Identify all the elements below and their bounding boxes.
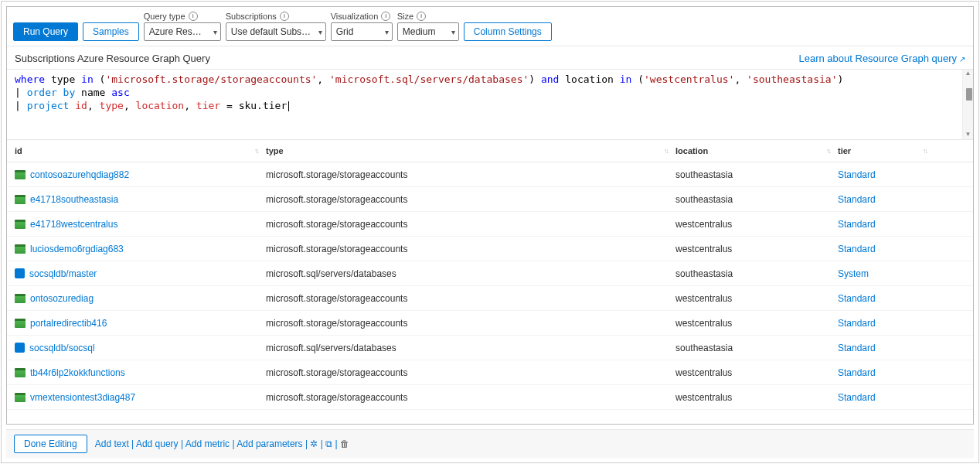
cell-location: westcentralus xyxy=(675,219,838,230)
sort-icon: ↑↓ xyxy=(254,147,258,155)
table-row[interactable]: luciosdemo6rgdiag683microsoft.storage/st… xyxy=(7,237,973,261)
info-icon: i xyxy=(417,12,426,21)
cell-tier-link[interactable]: Standard xyxy=(838,392,927,403)
cell-location: southeastasia xyxy=(675,268,838,279)
cell-location: westcentralus xyxy=(675,318,838,329)
external-link-icon: ↗ xyxy=(959,55,965,63)
table-row[interactable]: e41718southeastasiamicrosoft.storage/sto… xyxy=(7,187,973,212)
cell-tier-link[interactable]: Standard xyxy=(838,367,927,378)
visualization-label: Visualization i xyxy=(331,12,393,21)
query-toolbar: Run Query Samples Query type i Azure Res… xyxy=(7,7,973,46)
cell-type: microsoft.storage/storageaccounts xyxy=(266,392,675,403)
editor-footer: Done Editing Add text | Add query | Add … xyxy=(6,429,974,458)
results-grid[interactable]: contosoazurehqdiag882microsoft.storage/s… xyxy=(7,162,973,424)
query-editor[interactable]: where type in ('microsoft.storage/storag… xyxy=(7,70,973,139)
cell-type: microsoft.storage/storageaccounts xyxy=(266,219,675,230)
add-metric-link[interactable]: Add metric xyxy=(185,438,230,449)
table-row[interactable]: tb44r6lp2kokkfunctionsmicrosoft.storage/… xyxy=(7,360,973,385)
editor-cursor xyxy=(288,101,289,111)
samples-button[interactable]: Samples xyxy=(83,22,139,41)
info-icon: i xyxy=(189,12,198,21)
sql-database-icon xyxy=(15,268,25,278)
chevron-down-icon: ▾ xyxy=(318,28,322,36)
table-row[interactable]: ontosozurediagmicrosoft.storage/storagea… xyxy=(7,286,973,311)
collapse-down-icon: ▼ xyxy=(965,131,971,138)
minimap-thumb[interactable] xyxy=(966,88,972,101)
cell-tier-link[interactable]: Standard xyxy=(838,169,927,180)
storage-account-icon xyxy=(15,195,26,204)
sql-database-icon xyxy=(15,343,25,353)
size-label: Size i xyxy=(397,12,459,21)
column-header-tier[interactable]: tier↑↓ xyxy=(838,146,927,155)
table-row[interactable]: portalredirectib416microsoft.storage/sto… xyxy=(7,311,973,336)
subscriptions-select[interactable]: Use default Subscrip… ▾ xyxy=(226,22,326,41)
cell-tier-link[interactable]: System xyxy=(838,268,927,279)
add-query-link[interactable]: Add query xyxy=(136,438,179,449)
column-settings-button[interactable]: Column Settings xyxy=(464,22,552,41)
resource-id-link[interactable]: socsqldb/socsql xyxy=(29,343,95,353)
storage-account-icon xyxy=(15,319,26,328)
cell-tier-link[interactable]: Standard xyxy=(838,219,927,230)
table-row[interactable]: contosoazurehqdiag882microsoft.storage/s… xyxy=(7,162,973,187)
query-type-select[interactable]: Azure Resourc… ▾ xyxy=(144,22,221,41)
cell-tier-link[interactable]: Standard xyxy=(838,244,927,254)
cell-location: westcentralus xyxy=(675,244,838,254)
cell-tier-link[interactable]: Standard xyxy=(838,318,927,329)
resource-id-link[interactable]: socsqldb/master xyxy=(29,268,97,279)
sort-icon: ↑↓ xyxy=(923,147,927,155)
storage-account-icon xyxy=(15,393,26,402)
column-header-type[interactable]: type↑↓ xyxy=(266,146,675,155)
resource-id-link[interactable]: luciosdemo6rgdiag683 xyxy=(30,244,124,254)
done-editing-button[interactable]: Done Editing xyxy=(14,435,87,453)
table-row[interactable]: socsqldb/mastermicrosoft.sql/servers/dat… xyxy=(7,261,973,286)
table-row[interactable]: socsqldb/socsqlmicrosoft.sql/servers/dat… xyxy=(7,336,973,360)
chevron-down-icon: ▾ xyxy=(213,28,217,36)
storage-account-icon xyxy=(15,170,26,179)
resource-id-link[interactable]: contosoazurehqdiag882 xyxy=(30,169,129,180)
cell-type: microsoft.sql/servers/databases xyxy=(266,343,675,353)
cell-type: microsoft.storage/storageaccounts xyxy=(266,293,675,304)
cell-tier-link[interactable]: Standard xyxy=(838,194,927,205)
copy-icon[interactable]: ⧉ xyxy=(325,438,332,449)
cell-location: southeastasia xyxy=(675,169,838,180)
cell-tier-link[interactable]: Standard xyxy=(838,343,927,353)
learn-link[interactable]: Learn about Resource Graph query↗ xyxy=(798,53,965,64)
resource-id-link[interactable]: e41718westcentralus xyxy=(30,219,117,230)
editor-minimap[interactable]: ▲ ▼ xyxy=(962,70,973,139)
resource-id-link[interactable]: e41718southeastasia xyxy=(30,194,118,205)
storage-account-icon xyxy=(15,244,26,254)
results-header-row: id↑↓ type↑↓ location↑↓ tier↑↓ xyxy=(7,140,973,162)
cell-type: microsoft.storage/storageaccounts xyxy=(266,244,675,254)
run-query-button[interactable]: Run Query xyxy=(13,22,78,41)
resource-id-link[interactable]: tb44r6lp2kokkfunctions xyxy=(30,367,125,378)
cell-location: westcentralus xyxy=(675,392,838,403)
resource-id-link[interactable]: portalredirectib416 xyxy=(30,318,107,329)
add-parameters-link[interactable]: Add parameters xyxy=(236,438,302,449)
resource-id-link[interactable]: vmextensiontest3diag487 xyxy=(30,392,135,403)
chevron-down-icon: ▾ xyxy=(451,28,455,36)
cell-location: westcentralus xyxy=(675,293,838,304)
cell-type: microsoft.sql/servers/databases xyxy=(266,268,675,279)
cell-tier-link[interactable]: Standard xyxy=(838,293,927,304)
add-text-link[interactable]: Add text xyxy=(95,438,129,449)
query-type-label: Query type i xyxy=(144,12,221,21)
delete-icon[interactable]: 🗑 xyxy=(340,438,349,449)
gear-icon[interactable]: ✲ xyxy=(310,438,318,449)
cell-type: microsoft.storage/storageaccounts xyxy=(266,367,675,378)
sort-icon: ↑↓ xyxy=(664,147,668,155)
info-icon: i xyxy=(280,12,289,21)
query-subtitle: Subscriptions Azure Resource Graph Query xyxy=(15,53,210,64)
cell-location: westcentralus xyxy=(675,367,838,378)
table-row[interactable]: e41718westcentralusmicrosoft.storage/sto… xyxy=(7,212,973,237)
column-header-id[interactable]: id↑↓ xyxy=(15,146,266,155)
visualization-select[interactable]: Grid ▾ xyxy=(331,22,393,41)
table-row[interactable]: vmextensiontest3diag487microsoft.storage… xyxy=(7,385,973,410)
resource-id-link[interactable]: ontosozurediag xyxy=(30,293,94,304)
storage-account-icon xyxy=(15,220,26,229)
column-header-location[interactable]: location↑↓ xyxy=(675,146,838,155)
collapse-up-icon: ▲ xyxy=(965,70,971,77)
cell-location: southeastasia xyxy=(675,194,838,205)
chevron-down-icon: ▾ xyxy=(385,28,389,36)
size-select[interactable]: Medium ▾ xyxy=(397,22,459,41)
subscriptions-label: Subscriptions i xyxy=(226,12,326,21)
